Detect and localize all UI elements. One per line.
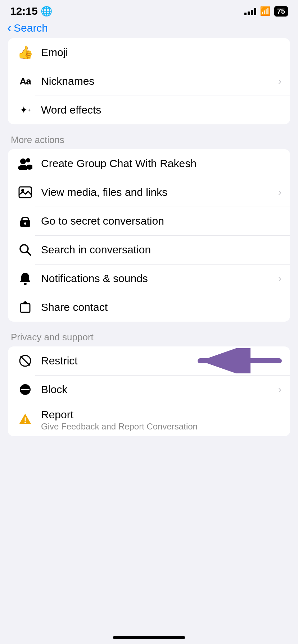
battery-indicator: 75	[274, 6, 288, 17]
share-contact-icon	[17, 299, 34, 316]
svg-line-9	[27, 252, 31, 255]
block-label: Block	[41, 383, 278, 396]
svg-rect-11	[21, 304, 30, 312]
view-media-chevron-icon: ›	[278, 187, 281, 198]
svg-point-19	[24, 422, 26, 423]
nicknames-item[interactable]: Aa Nicknames ›	[8, 67, 290, 96]
create-group-item[interactable]: Create Group Chat With Rakesh	[8, 149, 290, 178]
svg-line-13	[21, 356, 30, 365]
restrict-arrow-annotation	[197, 348, 283, 373]
emoji-item[interactable]: 👍 Emoji	[8, 38, 290, 67]
view-media-label: View media, files and links	[41, 186, 278, 198]
time-display: 12:15	[10, 5, 38, 17]
word-effects-item[interactable]: ✦+ Word effects	[8, 96, 290, 124]
bell-icon	[17, 270, 34, 287]
customize-section-card: 👍 Emoji Aa Nicknames › ✦+ Word effects	[8, 38, 290, 124]
back-label: Search	[14, 22, 48, 34]
report-item[interactable]: Report Give Feedback and Report Conversa…	[8, 404, 290, 436]
create-group-label: Create Group Chat With Rakesh	[41, 157, 281, 170]
block-item[interactable]: Block ›	[8, 375, 290, 404]
block-icon	[17, 381, 34, 398]
report-label: Report	[41, 409, 281, 421]
restrict-item[interactable]: Restrict	[8, 346, 290, 375]
svg-point-1	[26, 158, 30, 162]
svg-point-10	[24, 283, 27, 285]
word-effects-label: Word effects	[41, 104, 281, 116]
status-bar: 12:15 🌐 📶 75	[0, 0, 298, 19]
notifications-label: Notifications & sounds	[41, 272, 278, 285]
wifi-icon: 📶	[260, 6, 271, 16]
view-media-item[interactable]: View media, files and links ›	[8, 178, 290, 207]
restrict-icon	[17, 352, 34, 369]
word-effects-icon: ✦+	[17, 101, 34, 119]
report-icon	[17, 410, 34, 428]
more-actions-label: More actions	[0, 128, 298, 149]
emoji-icon: 👍	[17, 44, 34, 61]
svg-rect-18	[25, 417, 26, 421]
more-actions-section-card: Create Group Chat With Rakesh View media…	[8, 149, 290, 322]
privacy-support-section-card: Restrict Block ›	[8, 346, 290, 436]
nicknames-icon: Aa	[17, 73, 34, 90]
share-contact-label: Share contact	[41, 301, 281, 313]
back-chevron-icon: ‹	[7, 22, 12, 34]
nicknames-chevron-icon: ›	[278, 75, 281, 87]
privacy-support-label: Privacy and support	[0, 325, 298, 346]
report-subtitle: Give Feedback and Report Conversation	[41, 422, 281, 432]
signal-icon	[244, 7, 256, 15]
create-group-icon	[17, 155, 34, 172]
search-in-conversation-icon	[17, 241, 34, 258]
svg-point-0	[20, 158, 26, 164]
search-in-conversation-label: Search in conversation	[41, 244, 281, 256]
share-contact-item[interactable]: Share contact	[8, 293, 290, 322]
globe-icon: 🌐	[41, 6, 52, 17]
home-indicator	[113, 636, 185, 639]
secret-conversation-label: Go to secret conversation	[41, 215, 281, 227]
svg-point-7	[24, 222, 26, 225]
notifications-chevron-icon: ›	[278, 273, 281, 284]
search-in-conversation-item[interactable]: Search in conversation	[8, 235, 290, 264]
status-icons: 📶 75	[244, 6, 288, 17]
view-media-icon	[17, 184, 34, 201]
emoji-label: Emoji	[41, 46, 281, 59]
secret-conversation-item[interactable]: Go to secret conversation	[8, 207, 290, 235]
back-button[interactable]: ‹ Search	[7, 22, 48, 34]
notifications-item[interactable]: Notifications & sounds ›	[8, 264, 290, 293]
lock-icon	[17, 212, 34, 230]
svg-rect-17	[21, 389, 30, 390]
nav-bar: ‹ Search	[0, 19, 298, 38]
status-time: 12:15 🌐	[10, 5, 52, 17]
block-chevron-icon: ›	[278, 384, 281, 395]
nicknames-label: Nicknames	[41, 75, 278, 87]
